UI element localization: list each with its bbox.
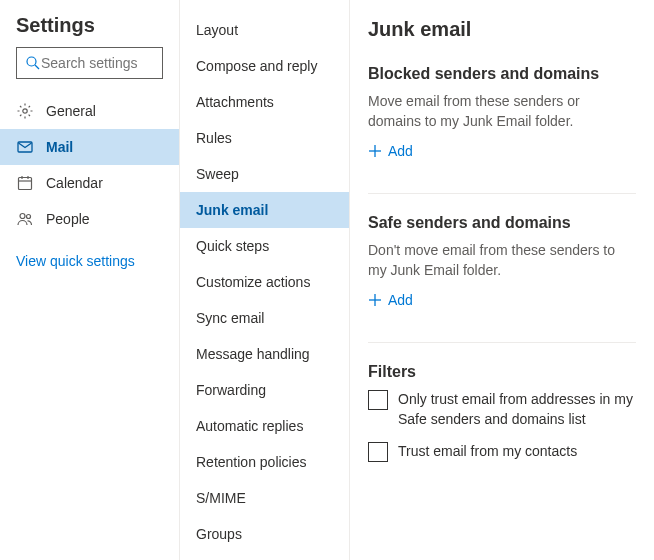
safe-title: Safe senders and domains: [368, 214, 636, 232]
safe-senders-section: Safe senders and domains Don't move emai…: [368, 214, 636, 310]
subnav-sync-email[interactable]: Sync email: [180, 300, 349, 336]
subnav-message-handling[interactable]: Message handling: [180, 336, 349, 372]
subnav-quick-steps[interactable]: Quick steps: [180, 228, 349, 264]
add-label: Add: [388, 292, 413, 308]
subnav-customize-actions[interactable]: Customize actions: [180, 264, 349, 300]
blocked-senders-section: Blocked senders and domains Move email f…: [368, 65, 636, 161]
add-safe-button[interactable]: Add: [368, 292, 413, 308]
svg-point-9: [27, 215, 31, 219]
category-label: Mail: [46, 139, 73, 155]
svg-point-2: [23, 109, 27, 113]
page-title: Junk email: [368, 18, 636, 41]
search-input[interactable]: [41, 55, 154, 71]
subnav-list: Layout Compose and reply Attachments Rul…: [180, 12, 349, 552]
section-divider: [368, 193, 636, 194]
settings-title: Settings: [0, 14, 179, 47]
svg-line-1: [35, 65, 39, 69]
svg-rect-4: [19, 178, 32, 190]
plus-icon: [368, 144, 382, 158]
trust-contacts-label: Trust email from my contacts: [398, 441, 577, 461]
subnav-sweep[interactable]: Sweep: [180, 156, 349, 192]
category-label: Calendar: [46, 175, 103, 191]
add-blocked-button[interactable]: Add: [368, 143, 413, 159]
settings-sidebar: Settings General Mail: [0, 0, 180, 560]
safe-desc: Don't move email from these senders to m…: [368, 240, 636, 280]
search-settings-box[interactable]: [16, 47, 163, 79]
blocked-title: Blocked senders and domains: [368, 65, 636, 83]
trust-contacts-checkbox[interactable]: [368, 442, 388, 462]
only-trust-safe-label: Only trust email from addresses in my Sa…: [398, 389, 636, 429]
category-label: People: [46, 211, 90, 227]
subnav-compose-reply[interactable]: Compose and reply: [180, 48, 349, 84]
calendar-icon: [16, 174, 34, 192]
add-label: Add: [388, 143, 413, 159]
content-pane: Junk email Blocked senders and domains M…: [350, 0, 654, 560]
subnav-smime[interactable]: S/MIME: [180, 480, 349, 516]
people-icon: [16, 210, 34, 228]
only-trust-safe-checkbox[interactable]: [368, 390, 388, 410]
filters-section: Filters Only trust email from addresses …: [368, 363, 636, 462]
category-label: General: [46, 103, 96, 119]
filters-title: Filters: [368, 363, 636, 381]
category-list: General Mail Calendar People: [0, 93, 179, 237]
subnav-groups[interactable]: Groups: [180, 516, 349, 552]
svg-point-8: [20, 214, 25, 219]
subnav-layout[interactable]: Layout: [180, 12, 349, 48]
svg-point-0: [27, 57, 36, 66]
subnav-junk-email[interactable]: Junk email: [180, 192, 349, 228]
category-mail[interactable]: Mail: [0, 129, 179, 165]
mail-subnav: Layout Compose and reply Attachments Rul…: [180, 0, 350, 560]
subnav-automatic-replies[interactable]: Automatic replies: [180, 408, 349, 444]
gear-icon: [16, 102, 34, 120]
plus-icon: [368, 293, 382, 307]
subnav-rules[interactable]: Rules: [180, 120, 349, 156]
subnav-attachments[interactable]: Attachments: [180, 84, 349, 120]
mail-icon: [16, 138, 34, 156]
view-quick-settings-link[interactable]: View quick settings: [0, 237, 179, 285]
section-divider: [368, 342, 636, 343]
category-calendar[interactable]: Calendar: [0, 165, 179, 201]
subnav-retention-policies[interactable]: Retention policies: [180, 444, 349, 480]
search-icon: [25, 54, 41, 72]
category-people[interactable]: People: [0, 201, 179, 237]
blocked-desc: Move email from these senders or domains…: [368, 91, 636, 131]
category-general[interactable]: General: [0, 93, 179, 129]
subnav-forwarding[interactable]: Forwarding: [180, 372, 349, 408]
